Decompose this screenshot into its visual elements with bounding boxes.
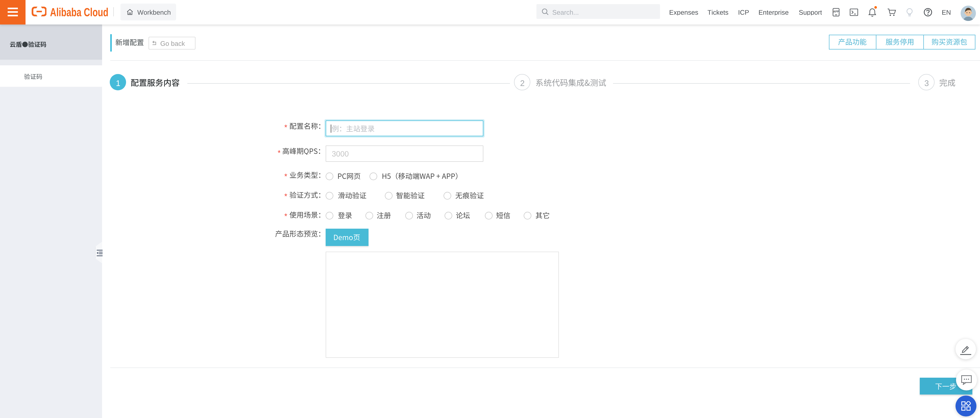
svg-text:APP: APP xyxy=(833,10,839,13)
